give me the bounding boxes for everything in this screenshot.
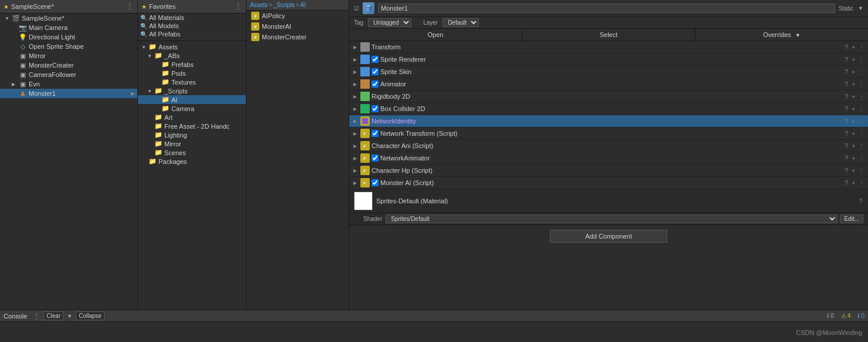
component-monster-ai[interactable]: # Monster AI (Script) ? + ⋮ [349, 177, 868, 189]
hierarchy-item-monster1[interactable]: ♟ Monster1 ▶ [0, 89, 137, 98]
monster-ai-help-btn[interactable]: ? [844, 180, 850, 186]
monster-ai-add-btn[interactable]: + [850, 180, 856, 186]
network-transform-menu-btn[interactable]: ⋮ [857, 130, 866, 137]
animator-add-btn[interactable]: + [850, 81, 856, 88]
folder-item-psds[interactable]: 📁 Psds [138, 69, 246, 78]
sprite-skin-checkbox[interactable] [371, 68, 379, 75]
box-collider-help-btn[interactable]: ? [844, 106, 850, 112]
sprite-renderer-add-btn[interactable]: + [850, 56, 856, 63]
character-ani-help-btn[interactable]: ? [844, 143, 850, 149]
transform-menu-btn[interactable]: ⋮ [857, 44, 866, 51]
hierarchy-item-main-camera[interactable]: 📷 Main Camera [0, 23, 137, 32]
box-collider-menu-btn[interactable]: ⋮ [857, 106, 866, 112]
component-animator[interactable]: Animator ? + ⋮ [349, 78, 868, 90]
sprite-renderer-menu-btn[interactable]: ⋮ [857, 56, 866, 63]
folder-item-packages[interactable]: 📁 Packages [138, 157, 246, 166]
folder-item-scripts[interactable]: 📁 _Scripts [138, 86, 246, 95]
console-collapse-button[interactable]: Collapse [76, 311, 104, 320]
character-hp-menu-btn[interactable]: ⋮ [857, 167, 866, 174]
network-transform-add-btn[interactable]: + [850, 130, 856, 137]
prefab-open-button[interactable]: Open [349, 29, 522, 41]
sprite-renderer-help-btn[interactable]: ? [844, 56, 850, 63]
network-identity-help-btn[interactable]: ? [844, 118, 850, 125]
folder-item-lighting[interactable]: 📁 Lighting [138, 130, 246, 139]
hierarchy-item-camera-follower[interactable]: ▣ CameraFollower [0, 70, 137, 79]
component-character-ani[interactable]: # Character Ani (Script) ? + ⋮ [349, 140, 868, 152]
rigidbody2d-add-btn[interactable]: + [850, 93, 856, 100]
sprite-renderer-checkbox[interactable] [371, 56, 379, 63]
hierarchy-item-monster-creater[interactable]: ▣ MonsterCreater [0, 61, 137, 70]
hierarchy-item-open-sprite-shape[interactable]: ◇ Open Sprite Shape [0, 42, 137, 51]
box-collider-checkbox[interactable] [371, 105, 379, 112]
network-animator-add-btn[interactable]: + [850, 155, 856, 162]
favorites-item-all-prefabs[interactable]: 🔍 All Prefabs [138, 30, 246, 38]
folder-item-abs[interactable]: 📁 _ABs [138, 51, 246, 60]
folder-item-art[interactable]: 📁 Art [138, 113, 246, 122]
network-animator-checkbox[interactable] [371, 155, 379, 162]
console-clear-button[interactable]: Clear [43, 311, 63, 320]
component-sprite-renderer[interactable]: Sprite Renderer ? + ⋮ [349, 53, 868, 66]
game-object-name-input[interactable] [378, 4, 835, 13]
monster-ai-checkbox[interactable] [371, 179, 379, 186]
folder-item-mirror-assets[interactable]: 📁 Mirror [138, 139, 246, 148]
asset-item-aipolicy[interactable]: # AIPolicy [246, 11, 349, 21]
component-box-collider-2d[interactable]: Box Collider 2D ? + ⋮ [349, 103, 868, 115]
hierarchy-item-directional-light[interactable]: 💡 Directional Light [0, 32, 137, 42]
add-component-button[interactable]: Add Component [550, 230, 667, 243]
folder-item-prefabs[interactable]: 📁 Prefabs [138, 60, 246, 69]
sprite-skin-menu-btn[interactable]: ⋮ [857, 69, 866, 75]
shader-select[interactable]: Sprites/Default [386, 214, 837, 223]
folder-item-camera[interactable]: 📁 Camera [138, 104, 246, 113]
favorites-menu-button[interactable]: ⋮ [234, 2, 242, 11]
hierarchy-item-mirror[interactable]: ▣ Mirror [0, 51, 137, 61]
component-character-hp[interactable]: # Character Hp (Script) ? + ⋮ [349, 165, 868, 177]
shader-edit-button[interactable]: Edit... [840, 214, 863, 223]
static-dropdown-arrow[interactable]: ▼ [858, 5, 863, 11]
network-animator-help-btn[interactable]: ? [844, 155, 850, 162]
animator-menu-btn[interactable]: ⋮ [857, 81, 866, 88]
breadcrumb-ai[interactable]: AI [300, 2, 306, 8]
transform-add-btn[interactable]: + [850, 44, 856, 51]
monster-ai-menu-btn[interactable]: ⋮ [857, 180, 866, 186]
animator-help-btn[interactable]: ? [844, 81, 850, 88]
hierarchy-item-evn[interactable]: ▣ Evn [0, 79, 137, 89]
component-transform[interactable]: Transform ? + ⋮ [349, 41, 868, 53]
breadcrumb-scripts[interactable]: _Scripts [273, 2, 295, 8]
character-ani-add-btn[interactable]: + [850, 143, 856, 149]
component-network-animator[interactable]: # NetworkAnimator ? + ⋮ [349, 152, 868, 165]
character-hp-add-btn[interactable]: + [850, 167, 856, 174]
box-collider-add-btn[interactable]: + [850, 106, 856, 112]
transform-help-btn[interactable]: ? [844, 44, 850, 51]
component-network-transform[interactable]: # Network Transform (Script) ? + ⋮ [349, 128, 868, 140]
network-transform-help-btn[interactable]: ? [844, 130, 850, 137]
favorites-item-all-materials[interactable]: 🔍 All Materials [138, 14, 246, 22]
evn-expand-arrow[interactable] [12, 81, 19, 87]
folder-item-assets[interactable]: 📁 Assets [138, 42, 246, 51]
go-enabled-checkbox[interactable]: ☑ [354, 5, 359, 12]
network-animator-menu-btn[interactable]: ⋮ [857, 155, 866, 162]
rigidbody2d-menu-btn[interactable]: ⋮ [857, 93, 866, 100]
component-rigidbody2d[interactable]: Rigidbody 2D ? + ⋮ [349, 90, 868, 103]
sprite-skin-add-btn[interactable]: + [850, 69, 856, 75]
character-hp-help-btn[interactable]: ? [844, 167, 850, 174]
rigidbody2d-help-btn[interactable]: ? [844, 93, 850, 100]
folder-item-ai[interactable]: 📁 AI [138, 95, 246, 104]
tag-select[interactable]: Untagged [368, 18, 411, 27]
hierarchy-menu-button[interactable]: ⋮ [126, 2, 134, 11]
folder-item-textures[interactable]: 📁 Textures [138, 78, 246, 86]
animator-checkbox[interactable] [371, 81, 379, 88]
console-clear-arrow[interactable]: ▼ [67, 313, 72, 319]
sprite-skin-help-btn[interactable]: ? [844, 69, 850, 75]
character-ani-menu-btn[interactable]: ⋮ [857, 143, 866, 149]
network-transform-checkbox[interactable] [371, 130, 379, 137]
prefab-overrides-button[interactable]: Overrides ▼ [695, 29, 868, 41]
material-help-btn[interactable]: ? [857, 198, 863, 204]
network-identity-menu-btn[interactable]: ⋮ [857, 118, 866, 125]
network-identity-add-btn[interactable]: + [850, 118, 856, 125]
favorites-item-all-models[interactable]: 🔍 All Models [138, 22, 246, 30]
folder-item-free-asset[interactable]: 📁 Free Asset - 2D Handc [138, 122, 246, 130]
layer-select[interactable]: Default [443, 18, 479, 27]
folder-item-scenes[interactable]: 📁 Scenes [138, 148, 246, 157]
asset-item-monstercreater[interactable]: # MonsterCreater [246, 32, 349, 42]
hierarchy-item-scene[interactable]: 🎬 SampleScene* [0, 14, 137, 23]
